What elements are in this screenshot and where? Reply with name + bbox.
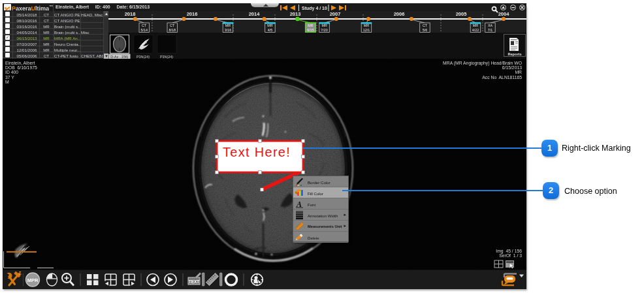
svg-text:4/22: 4/22 xyxy=(472,28,479,32)
svg-text:2005: 2005 xyxy=(456,11,467,17)
svg-text:P3N(24): P3N(24) xyxy=(160,55,173,59)
svg-text:MR: MR xyxy=(364,23,369,27)
svg-text:MR: MR xyxy=(225,23,231,27)
svg-text:MR: MR xyxy=(473,23,478,27)
svg-text:5/14: 5/14 xyxy=(140,28,148,32)
svg-text:12/1: 12/1 xyxy=(363,28,370,32)
svg-text:MPR: MPR xyxy=(27,277,39,283)
svg-text:2016: 2016 xyxy=(187,11,198,17)
svg-text:MR: MR xyxy=(321,23,327,27)
svg-text:MR: MR xyxy=(308,23,313,27)
svg-text:6/15: 6/15 xyxy=(307,28,314,32)
svg-text:P3N(24): P3N(24) xyxy=(137,55,150,59)
svg-text:Study 4 / 10: Study 4 / 10 xyxy=(302,6,327,11)
svg-text:8/18: 8/18 xyxy=(169,28,176,32)
svg-text:2014: 2014 xyxy=(249,11,261,17)
svg-text:D-Ax ..156): D-Ax ..156) xyxy=(110,55,128,59)
svg-text:5/6: 5/6 xyxy=(423,28,428,32)
svg-text:7/1: 7/1 xyxy=(488,28,493,32)
svg-text:TEXT: TEXT xyxy=(189,279,200,284)
svg-text:Reports: Reports xyxy=(507,52,521,56)
svg-text:CT: CT xyxy=(423,23,428,27)
svg-text:2007: 2007 xyxy=(330,11,341,17)
svg-text:XA: XA xyxy=(488,23,493,27)
svg-text:3/16: 3/16 xyxy=(225,28,232,32)
svg-text:CT: CT xyxy=(170,23,175,27)
svg-text:7/20: 7/20 xyxy=(321,28,328,32)
svg-text:2013: 2013 xyxy=(290,11,301,17)
svg-text:2006: 2006 xyxy=(394,11,405,17)
svg-text:2004: 2004 xyxy=(498,11,510,17)
svg-text:4/5: 4/5 xyxy=(268,28,273,32)
svg-text:MR: MR xyxy=(267,23,272,27)
svg-text:Text Here!: Text Here! xyxy=(223,145,291,159)
svg-text:2018: 2018 xyxy=(125,11,136,17)
svg-text:CT: CT xyxy=(142,23,147,27)
